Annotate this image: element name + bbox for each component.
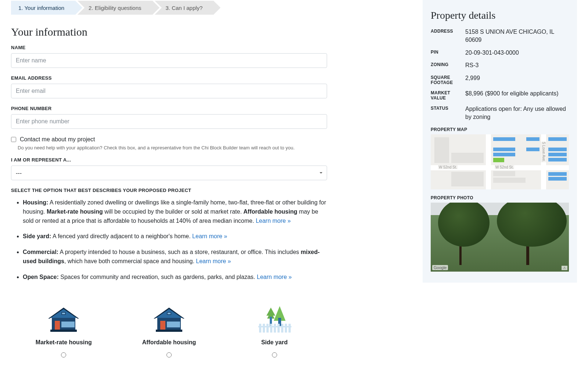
svg-rect-30 xyxy=(288,324,291,333)
learn-more-openspace[interactable]: Learn more » xyxy=(257,274,292,280)
option-affordable[interactable]: Affordable housing xyxy=(132,297,206,357)
contact-checkbox[interactable] xyxy=(11,137,16,142)
contact-checkbox-label: Contact me about my project xyxy=(20,136,95,143)
svg-rect-23 xyxy=(263,324,265,333)
svg-rect-24 xyxy=(266,324,269,333)
option-radio[interactable] xyxy=(61,352,66,357)
email-label: EMAIL ADDRESS xyxy=(11,75,327,81)
desc-sideyard: Side yard: A fenced yard directly adjace… xyxy=(23,232,327,241)
option-label: Side yard xyxy=(261,339,288,346)
step-2[interactable]: 2. Eligibility questions xyxy=(78,1,152,15)
zoning-value: RS-3 xyxy=(465,61,569,69)
project-option-grid: Market-rate housing xyxy=(11,297,327,357)
svg-rect-14 xyxy=(160,321,165,331)
svg-rect-28 xyxy=(281,324,283,333)
property-details-panel: Property details ADDRESS5158 S UNION AVE… xyxy=(423,0,577,283)
svg-rect-29 xyxy=(285,324,287,333)
proposed-label: SELECT THE OPTION THAT BEST DESCRIBES YO… xyxy=(11,188,327,193)
address-value: 5158 S UNION AVE CHICAGO, IL 60609 xyxy=(465,28,569,44)
status-label: STATUS xyxy=(431,105,465,111)
represent-select[interactable]: --- xyxy=(11,166,327,180)
desc-housing: Housing: A residentially zoned dwelling … xyxy=(23,198,327,225)
email-input[interactable] xyxy=(11,84,327,98)
option-label: Affordable housing xyxy=(142,339,196,346)
progress-stepper: 1. Your information 2. Eligibility quest… xyxy=(11,1,320,15)
svg-rect-15 xyxy=(167,322,180,327)
name-input[interactable] xyxy=(11,53,327,68)
mv-value: $8,996 ($900 for eligible applicants) xyxy=(465,90,569,98)
option-label: Market-rate housing xyxy=(36,339,92,346)
desc-commercial: Commercial: A property intended to house… xyxy=(23,248,327,266)
svg-rect-16 xyxy=(156,330,182,332)
pin-value: 20-09-301-043-0000 xyxy=(465,49,569,57)
option-side-yard[interactable]: Side yard xyxy=(238,297,311,357)
learn-more-housing[interactable]: Learn more » xyxy=(256,218,291,224)
svg-rect-8 xyxy=(50,330,77,332)
google-watermark: Google xyxy=(432,265,448,270)
represent-label: I AM OR REPRESENT A... xyxy=(11,157,327,163)
svg-rect-22 xyxy=(259,324,261,333)
page-title: Your information xyxy=(11,26,327,38)
svg-rect-7 xyxy=(61,322,75,327)
sidebar-title: Property details xyxy=(431,10,569,21)
option-radio[interactable] xyxy=(166,352,172,357)
address-label: ADDRESS xyxy=(431,28,465,34)
project-descriptions: Housing: A residentially zoned dwelling … xyxy=(11,198,327,282)
step-3[interactable]: 3. Can I apply? xyxy=(155,1,214,15)
sqft-label: SQUARE FOOTAGE xyxy=(431,74,465,85)
svg-rect-13 xyxy=(168,313,171,314)
svg-rect-31 xyxy=(258,326,291,327)
step-1[interactable]: 1. Your information xyxy=(11,1,75,15)
sqft-value: 2,999 xyxy=(465,74,569,82)
house-icon xyxy=(42,297,86,333)
phone-input[interactable] xyxy=(11,114,327,129)
photo-section-label: PROPERTY PHOTO xyxy=(431,195,569,200)
map-section-label: PROPERTY MAP xyxy=(431,127,569,132)
property-map[interactable]: W 52nd St. W 52nd St. S Lowe Ave. xyxy=(431,134,569,189)
desc-openspace: Open Space: Spaces for community and rec… xyxy=(23,273,327,282)
svg-rect-26 xyxy=(274,324,276,333)
option-market-rate[interactable]: Market-rate housing xyxy=(27,297,100,357)
property-photo[interactable]: Google ⚠ xyxy=(431,203,569,272)
svg-marker-18 xyxy=(266,308,275,316)
svg-rect-5 xyxy=(62,313,65,314)
learn-more-sideyard[interactable]: Learn more » xyxy=(192,233,227,239)
learn-more-commercial[interactable]: Learn more » xyxy=(196,258,231,264)
name-label: NAME xyxy=(11,45,327,50)
svg-rect-25 xyxy=(270,324,272,333)
status-value: Applications open for: Any use allowed b… xyxy=(465,105,569,121)
phone-label: PHONE NUMBER xyxy=(11,106,327,111)
svg-rect-27 xyxy=(277,324,280,333)
pin-label: PIN xyxy=(431,49,465,55)
trees-fence-icon xyxy=(252,297,297,333)
house-icon xyxy=(147,297,191,333)
option-radio[interactable] xyxy=(272,352,277,357)
contact-helptext: Do you need help with your application? … xyxy=(18,145,327,150)
mv-label: MARKET VALUE xyxy=(431,90,465,101)
svg-rect-6 xyxy=(55,321,60,331)
zoning-label: ZONING xyxy=(431,61,465,67)
report-link[interactable]: ⚠ xyxy=(562,266,567,270)
